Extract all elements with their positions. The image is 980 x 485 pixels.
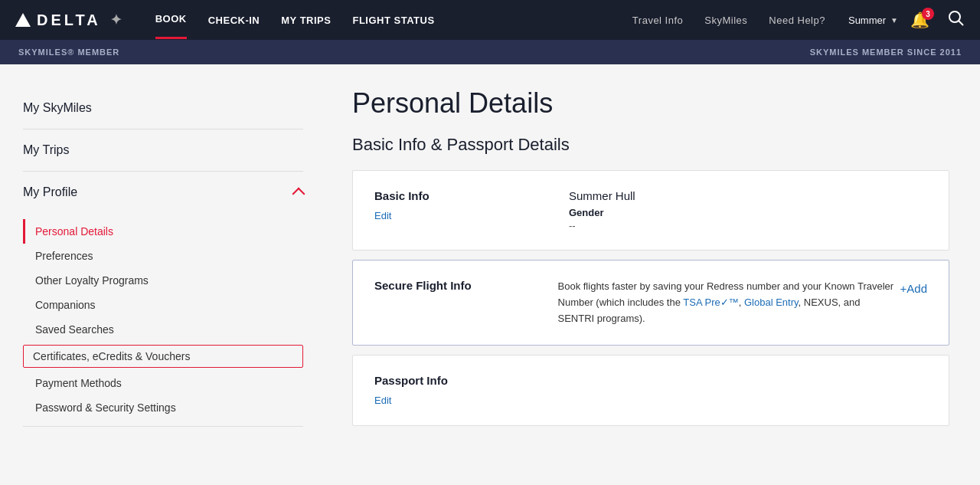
sidebar-section-skymiles: My SkyMiles [23, 87, 303, 129]
notification-badge: 3 [922, 8, 934, 20]
nav-skymiles[interactable]: SkyMiles [704, 2, 747, 38]
passport-info-row: Passport Info Edit [374, 374, 927, 407]
gender-value: -- [569, 220, 927, 231]
member-bar: SKYMILES® MEMBER SKYMILES MEMBER SINCE 2… [0, 40, 980, 64]
main-content: Personal Details Basic Info & Passport D… [322, 64, 980, 485]
page-body: My SkyMiles My Trips My Profile Personal… [0, 64, 980, 485]
member-since: SKYMILES MEMBER SINCE 2011 [810, 48, 962, 57]
sidebar-section-trips: My Trips [23, 129, 303, 172]
secure-flight-row: Secure Flight Info Book flights faster b… [374, 279, 927, 326]
secure-flight-left: Secure Flight Info [374, 279, 543, 298]
nav-travel-info[interactable]: Travel Info [632, 2, 683, 38]
chevron-up-icon [292, 188, 305, 201]
user-full-name: Summer Hull [569, 189, 927, 202]
sidebar-item-my-profile[interactable]: My Profile [23, 172, 303, 213]
notification-button[interactable]: 🔔 3 [910, 11, 929, 29]
user-dropdown-icon: ▼ [890, 16, 898, 25]
user-name-text: Summer [848, 15, 886, 26]
passport-info-title: Passport Info [374, 374, 554, 387]
secure-flight-description: Book flights faster by saving your Redre… [558, 279, 894, 326]
profile-sub-menu: Personal Details Preferences Other Loyal… [23, 213, 303, 427]
section-title: Basic Info & Passport Details [352, 135, 949, 155]
delta-triangle-icon [15, 13, 31, 27]
secure-flight-add-link[interactable]: +Add [900, 282, 927, 295]
svg-point-0 [949, 11, 960, 22]
sidebar: My SkyMiles My Trips My Profile Personal… [0, 64, 322, 485]
sidebar-sub-payment[interactable]: Payment Methods [23, 371, 303, 395]
passport-info-edit-link[interactable]: Edit [374, 395, 391, 406]
sidebar-sub-companions[interactable]: Companions [23, 293, 303, 317]
secure-flight-add-area: +Add [894, 279, 927, 295]
primary-nav-links: BOOK CHECK-IN MY TRIPS FLIGHT STATUS [155, 1, 435, 39]
sidebar-sub-preferences[interactable]: Preferences [23, 244, 303, 268]
svg-line-1 [959, 21, 963, 25]
tsa-precheck-link[interactable]: TSA Pre✓™ [683, 297, 738, 308]
nav-my-trips[interactable]: MY TRIPS [281, 2, 331, 38]
sidebar-section-profile: My Profile Personal Details Preferences … [23, 172, 303, 427]
basic-info-left: Basic Info Edit [374, 189, 554, 222]
top-navigation: DELTA ✦ BOOK CHECK-IN MY TRIPS FLIGHT ST… [0, 0, 980, 40]
page-title: Personal Details [352, 87, 949, 120]
nav-right-actions: Summer ▼ 🔔 3 [848, 10, 965, 31]
secure-flight-card: Secure Flight Info Book flights faster b… [352, 260, 949, 346]
search-icon [948, 10, 965, 27]
user-account-button[interactable]: Summer ▼ [848, 15, 898, 26]
basic-info-title: Basic Info [374, 189, 554, 202]
sidebar-sub-certificates[interactable]: Certificates, eCredits & Vouchers [23, 345, 303, 368]
basic-info-edit-link[interactable]: Edit [374, 210, 391, 221]
secure-flight-right: Book flights faster by saving your Redre… [543, 279, 894, 326]
delta-logo[interactable]: DELTA ✦ [15, 11, 125, 29]
secondary-nav-links: Travel Info SkyMiles Need Help? [632, 2, 825, 38]
passport-info-card: Passport Info Edit [352, 355, 949, 426]
search-button[interactable] [948, 10, 965, 31]
logo-text: DELTA [37, 11, 101, 29]
passport-info-left: Passport Info Edit [374, 374, 554, 407]
basic-info-row: Basic Info Edit Summer Hull Gender -- [374, 189, 927, 231]
secure-flight-title: Secure Flight Info [374, 279, 543, 292]
sidebar-sub-saved-searches[interactable]: Saved Searches [23, 317, 303, 342]
sidebar-item-my-skymiles[interactable]: My SkyMiles [23, 87, 303, 129]
global-entry-link[interactable]: Global Entry [744, 297, 799, 308]
nav-checkin[interactable]: CHECK-IN [208, 2, 260, 38]
basic-info-card: Basic Info Edit Summer Hull Gender -- [352, 170, 949, 251]
sidebar-sub-personal-details[interactable]: Personal Details [23, 219, 303, 244]
nav-need-help[interactable]: Need Help? [769, 2, 825, 38]
logo-decoration: ✦ [110, 11, 125, 28]
gender-label: Gender [569, 207, 927, 218]
sidebar-item-my-trips[interactable]: My Trips [23, 129, 303, 172]
nav-book[interactable]: BOOK [155, 1, 187, 39]
sidebar-sub-password[interactable]: Password & Security Settings [23, 395, 303, 420]
member-label: SKYMILES® MEMBER [18, 48, 119, 57]
sidebar-sub-loyalty[interactable]: Other Loyalty Programs [23, 268, 303, 293]
basic-info-right: Summer Hull Gender -- [554, 189, 927, 231]
nav-flight-status[interactable]: FLIGHT STATUS [352, 2, 434, 38]
